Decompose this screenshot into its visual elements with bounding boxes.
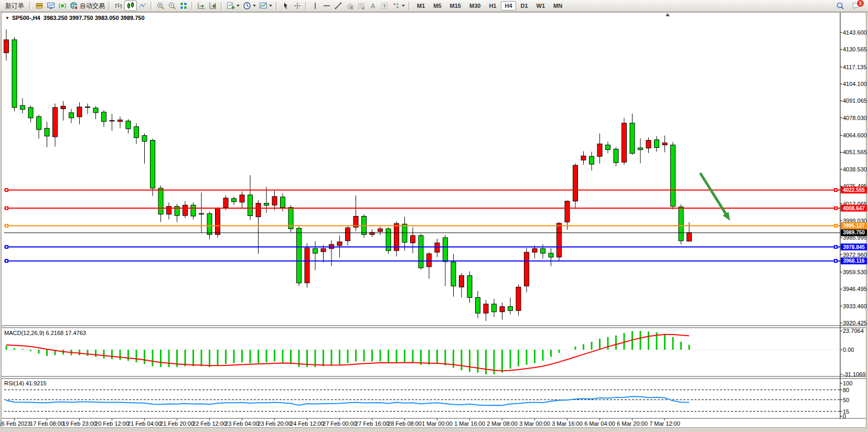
text-tool-button[interactable]: A [367, 1, 379, 11]
svg-text:4038.530: 4038.530 [843, 166, 867, 172]
svg-text:4143.600: 4143.600 [843, 29, 867, 36]
svg-text:21 Feb 20:00: 21 Feb 20:00 [160, 420, 194, 427]
timeframe-m5[interactable]: M5 [430, 1, 445, 10]
collapse-triangle-icon[interactable]: ▼ [5, 16, 9, 20]
svg-text:3920.425: 3920.425 [843, 320, 867, 326]
templates-button[interactable] [258, 1, 274, 11]
trendline-button[interactable] [333, 1, 344, 11]
svg-text:3 Mar 00:00: 3 Mar 00:00 [519, 420, 550, 427]
candlestick-chart-button[interactable] [124, 1, 137, 11]
toolbar-separator [29, 2, 31, 10]
timeframe-m30[interactable]: M30 [466, 1, 484, 10]
svg-text:19 Feb 23:00: 19 Feb 23:00 [62, 420, 97, 427]
svg-text:E: E [351, 6, 354, 10]
timeframe-h1[interactable]: H1 [485, 1, 500, 10]
svg-text:3995.137: 3995.137 [843, 223, 865, 229]
dropdown-caret-icon[interactable] [269, 5, 272, 7]
svg-text:100: 100 [843, 380, 852, 386]
zoom-in-button[interactable] [155, 1, 166, 11]
svg-text:1 Mar 00:00: 1 Mar 00:00 [422, 420, 453, 427]
toolbar-separator [276, 2, 278, 10]
vertical-line-button[interactable] [309, 1, 321, 11]
crosshair-button[interactable] [292, 1, 303, 11]
rsi-indicator-label: RSI(14) 41.9215 [4, 380, 47, 386]
svg-text:A: A [371, 3, 375, 10]
svg-text:4104.100: 4104.100 [843, 81, 867, 87]
toolbar-separator [221, 2, 223, 10]
price-chart[interactable]: 4143.6004130.5654117.1354104.1004091.065… [0, 0, 868, 432]
dropdown-caret-icon[interactable] [253, 5, 256, 7]
indicators-list-button[interactable] [225, 1, 241, 11]
timeframe-d1[interactable]: D1 [517, 1, 532, 10]
periods-button[interactable] [241, 1, 258, 11]
line-chart-button[interactable] [137, 1, 148, 11]
timeframe-mn[interactable]: MN [550, 1, 566, 10]
terminal-window-icon[interactable] [45, 1, 57, 11]
toolbar-right-icons: 1 [834, 1, 866, 11]
svg-text:-31.1069: -31.1069 [843, 371, 865, 377]
toolbar-separator [151, 2, 153, 10]
timeframe-m15[interactable]: M15 [446, 1, 465, 10]
notification-badge: 1 [856, 0, 864, 7]
svg-text:22 Feb 12:00: 22 Feb 12:00 [192, 420, 227, 427]
notifications-icon[interactable]: 1 [850, 1, 862, 11]
svg-text:4130.565: 4130.565 [843, 46, 867, 52]
dropdown-caret-icon[interactable] [402, 5, 405, 7]
new-order-button[interactable]: 新订单 [2, 2, 27, 10]
svg-text:3968.116: 3968.116 [843, 258, 865, 264]
svg-text:24 Feb 12:00: 24 Feb 12:00 [290, 420, 324, 427]
svg-text:2 Mar 08:00: 2 Mar 08:00 [487, 420, 518, 427]
svg-text:16 Feb 2023: 16 Feb 2023 [0, 420, 30, 427]
timeframe-w1[interactable]: W1 [533, 1, 549, 10]
svg-text:4117.135: 4117.135 [843, 64, 866, 70]
svg-text:3933.460: 3933.460 [843, 303, 867, 309]
svg-text:3 Mar 16:00: 3 Mar 16:00 [552, 420, 583, 427]
horizontal-line-button[interactable] [321, 1, 333, 11]
arrows-tool-button[interactable] [390, 1, 406, 11]
svg-text:3972.960: 3972.960 [843, 252, 867, 258]
svg-text:F: F [362, 7, 365, 10]
svg-text:21 Feb 04:00: 21 Feb 04:00 [127, 420, 162, 427]
macd-indicator-label: MACD(12,26,9) 6.2168 17.4763 [4, 330, 86, 336]
svg-text:4078.030: 4078.030 [843, 115, 867, 121]
search-icon[interactable] [834, 1, 846, 11]
zoom-out-button[interactable] [166, 1, 178, 11]
chart-shift-button[interactable] [207, 1, 219, 11]
equidistant-channel-button[interactable]: E [344, 1, 356, 11]
svg-text:3989.750: 3989.750 [843, 230, 865, 235]
svg-text:20 Feb 12:00: 20 Feb 12:00 [95, 420, 129, 427]
toolbar-separator [109, 2, 111, 10]
autotrading-button[interactable]: 自动交易 [68, 1, 106, 11]
svg-text:23.7064: 23.7064 [843, 328, 864, 334]
fibonacci-button[interactable]: F [356, 1, 367, 11]
svg-text:3946.495: 3946.495 [843, 286, 867, 292]
timeframe-h4[interactable]: H4 [501, 1, 516, 10]
svg-text:80: 80 [843, 387, 849, 393]
svg-text:23 Feb 20:00: 23 Feb 20:00 [258, 420, 292, 427]
market-watch-icon[interactable] [34, 1, 45, 11]
autotrading-button-label: 自动交易 [80, 2, 105, 10]
svg-text:6 Mar 20:00: 6 Mar 20:00 [617, 420, 648, 427]
svg-text:27 Feb 16:00: 27 Feb 16:00 [355, 420, 389, 427]
svg-text:50: 50 [843, 397, 849, 403]
text-label-button[interactable]: T [379, 1, 390, 11]
svg-text:4064.600: 4064.600 [843, 132, 867, 138]
cursor-button[interactable] [280, 1, 292, 11]
svg-text:T: T [383, 4, 387, 9]
svg-text:6 Mar 04:00: 6 Mar 04:00 [584, 420, 615, 427]
svg-text:28 Feb 08:00: 28 Feb 08:00 [388, 420, 422, 427]
toolbar-separator [409, 2, 411, 10]
timeframe-m1[interactable]: M1 [413, 1, 428, 10]
chart-symbol-title[interactable]: ▼SP500-,H4 3983.250 3997.750 3983.050 39… [5, 15, 145, 21]
strategy-navigator-icon[interactable] [57, 1, 68, 11]
svg-text:17 Feb 08:00: 17 Feb 08:00 [30, 420, 64, 427]
dropdown-caret-icon[interactable] [237, 5, 240, 7]
bar-chart-button[interactable] [113, 1, 124, 11]
tile-windows-button[interactable] [178, 1, 189, 11]
svg-text:3959.530: 3959.530 [843, 269, 867, 275]
svg-text:3978.845: 3978.845 [843, 244, 865, 250]
auto-scroll-button[interactable] [196, 1, 207, 11]
svg-text:0: 0 [843, 413, 846, 419]
svg-text:4091.065: 4091.065 [843, 98, 867, 104]
symbol-ohlc-text: SP500-,H4 3983.250 3997.750 3983.050 398… [12, 15, 145, 21]
